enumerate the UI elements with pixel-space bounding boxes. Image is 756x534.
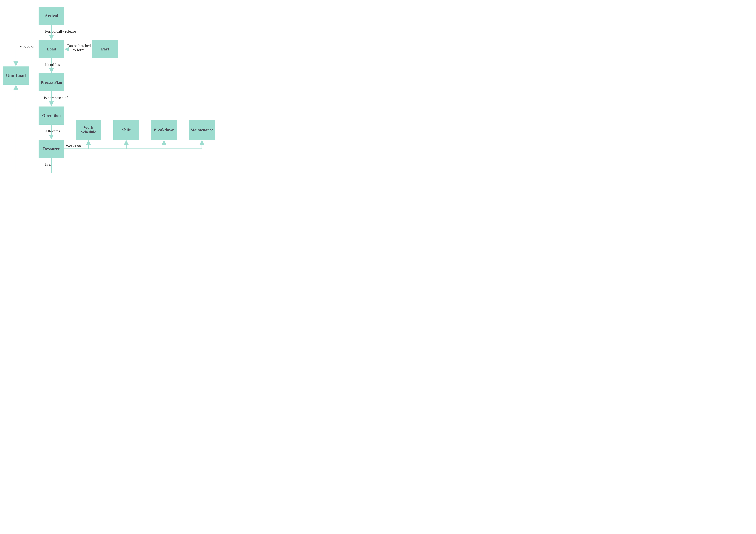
edge-load-to-uintload-label: Moved on [19,44,35,49]
node-shift-label: Shift [122,127,131,132]
node-operation: Operation [39,107,64,125]
node-process-plan-label: Process Plan [41,80,62,85]
node-resource-label: Resource [43,146,60,151]
node-shift: Shift [113,120,139,140]
node-resource: Resource [39,140,64,158]
edge-load-to-processplan-label: Identifies [45,63,60,67]
node-operation-label: Operation [42,113,61,118]
node-work-schedule-label-2: Schedule [81,130,96,134]
edge-load-to-uintload: Moved on [16,44,39,65]
node-load: Load [39,40,64,58]
node-maintenance: Maintenance [189,120,215,140]
node-arrival: Arrival [39,7,64,25]
edge-operation-to-resource-label: Allocates [45,129,60,133]
edge-part-to-load: Can be batched to form [65,43,92,52]
edge-resource-to-uintload-label: Is a [45,162,51,166]
node-maintenance-label: Maintenance [191,128,213,132]
node-breakdown-label: Breakdown [154,127,175,132]
node-work-schedule: Work Schedule [76,120,101,140]
node-uint-load: Uint Load [3,66,29,85]
node-part-label: Part [101,47,109,51]
node-arrival-label: Arrival [45,13,58,18]
node-uint-load-label: Uint Load [6,73,26,78]
node-load-label: Load [47,47,56,51]
edge-arrival-to-load: Periodically release [45,25,76,39]
edge-resource-to-row: Works on [64,141,202,149]
edge-load-to-processplan: Identifies [45,58,60,72]
edge-part-to-load-label-1: Can be batched [67,43,91,48]
node-part: Part [92,40,118,58]
flow-diagram: Arrival Load Part Uint Load Process Plan… [0,0,293,207]
node-breakdown: Breakdown [151,120,177,140]
edge-resource-to-row-label: Works on [66,144,81,148]
edge-operation-to-resource: Allocates [45,125,60,139]
edge-arrival-to-load-label: Periodically release [45,29,76,34]
edge-processplan-to-operation-label: Is composed of [44,96,68,100]
edge-processplan-to-operation: Is composed of [44,91,68,105]
node-process-plan: Process Plan [39,73,64,91]
edge-part-to-load-label-2: to form [73,48,84,52]
node-work-schedule-label-1: Work [84,125,93,130]
